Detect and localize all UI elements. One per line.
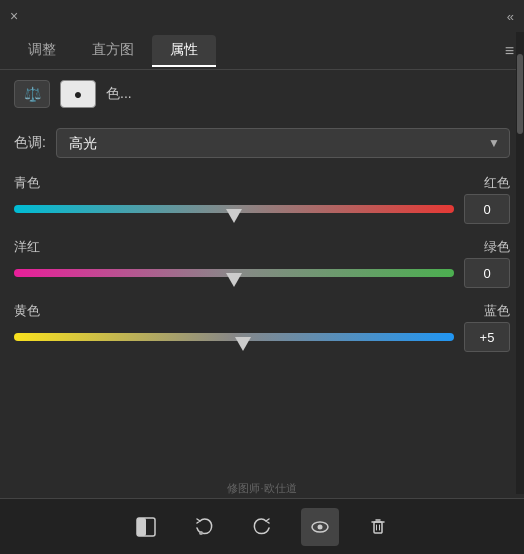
tab-adjust[interactable]: 调整 <box>10 35 74 67</box>
main-content: 色调: 阴影 中间调 高光 ▼ 青色 红色 <box>0 118 524 362</box>
tone-label: 色调: <box>14 134 46 152</box>
color-label: 色... <box>106 85 132 103</box>
yellow-label: 黄色 <box>14 302 40 320</box>
trash-icon[interactable] <box>359 508 397 546</box>
watermark: 修图师·欧仕道 <box>227 481 296 496</box>
yellow-blue-track-wrapper[interactable] <box>14 327 454 347</box>
title-bar-left: × <box>10 8 18 24</box>
sliders-section: 青色 红色 0 洋红 绿色 <box>14 174 510 352</box>
undo-icon[interactable] <box>185 508 223 546</box>
yellow-blue-slider-row: +5 <box>14 322 510 352</box>
tabs-bar: 调整 直方图 属性 ≡ <box>0 32 524 70</box>
yellow-blue-labels: 黄色 蓝色 <box>14 302 510 320</box>
magenta-label: 洋红 <box>14 238 40 256</box>
circle-tool-button[interactable]: ● <box>60 80 96 108</box>
cyan-red-slider-row: 0 <box>14 194 510 224</box>
svg-rect-1 <box>137 518 146 536</box>
close-icon[interactable]: × <box>10 8 18 24</box>
yellow-blue-slider-container <box>14 327 454 347</box>
tab-histogram[interactable]: 直方图 <box>74 35 152 67</box>
green-label: 绿色 <box>484 238 510 256</box>
magenta-green-thumb[interactable] <box>226 273 242 287</box>
scale-icon: ⚖️ <box>24 86 41 102</box>
cyan-label: 青色 <box>14 174 40 192</box>
title-bar: × « <box>0 0 524 32</box>
scale-tool-button[interactable]: ⚖️ <box>14 80 50 108</box>
cyan-red-value: 0 <box>464 194 510 224</box>
tone-selector-row: 色调: 阴影 中间调 高光 ▼ <box>14 128 510 158</box>
scroll-thumb[interactable] <box>517 54 523 134</box>
title-bar-right: « <box>507 9 514 24</box>
mask-icon[interactable] <box>127 508 165 546</box>
yellow-blue-thumb[interactable] <box>235 337 251 351</box>
yellow-blue-value: +5 <box>464 322 510 352</box>
red-label: 红色 <box>484 174 510 192</box>
magenta-green-slider-group: 洋红 绿色 0 <box>14 238 510 288</box>
eye-icon[interactable] <box>301 508 339 546</box>
blue-label: 蓝色 <box>484 302 510 320</box>
circle-icon: ● <box>74 86 82 102</box>
magenta-green-labels: 洋红 绿色 <box>14 238 510 256</box>
app-window: × « 调整 直方图 属性 ≡ ⚖️ ● 色... <box>0 0 524 554</box>
yellow-blue-track <box>14 333 454 341</box>
svg-rect-5 <box>374 522 382 533</box>
tone-select-wrapper: 阴影 中间调 高光 ▼ <box>56 128 510 158</box>
scrollbar[interactable] <box>516 32 524 494</box>
collapse-icon[interactable]: « <box>507 9 514 24</box>
magenta-green-slider-container <box>14 263 454 283</box>
tone-select[interactable]: 阴影 中间调 高光 <box>56 128 510 158</box>
tool-row: ⚖️ ● 色... <box>0 70 524 118</box>
cyan-red-thumb[interactable] <box>226 209 242 223</box>
cyan-red-slider-container <box>14 199 454 219</box>
tabs-group: 调整 直方图 属性 <box>10 35 216 67</box>
cyan-red-labels: 青色 红色 <box>14 174 510 192</box>
yellow-blue-slider-group: 黄色 蓝色 +5 <box>14 302 510 352</box>
menu-icon[interactable]: ≡ <box>505 42 514 60</box>
tab-properties[interactable]: 属性 <box>152 35 216 67</box>
magenta-green-track-wrapper[interactable] <box>14 263 454 283</box>
undo2-icon[interactable] <box>243 508 281 546</box>
svg-point-4 <box>318 524 323 529</box>
svg-point-2 <box>199 531 203 535</box>
cyan-red-track-wrapper[interactable] <box>14 199 454 219</box>
bottom-toolbar <box>0 498 524 554</box>
magenta-green-value: 0 <box>464 258 510 288</box>
magenta-green-slider-row: 0 <box>14 258 510 288</box>
cyan-red-slider-group: 青色 红色 0 <box>14 174 510 224</box>
